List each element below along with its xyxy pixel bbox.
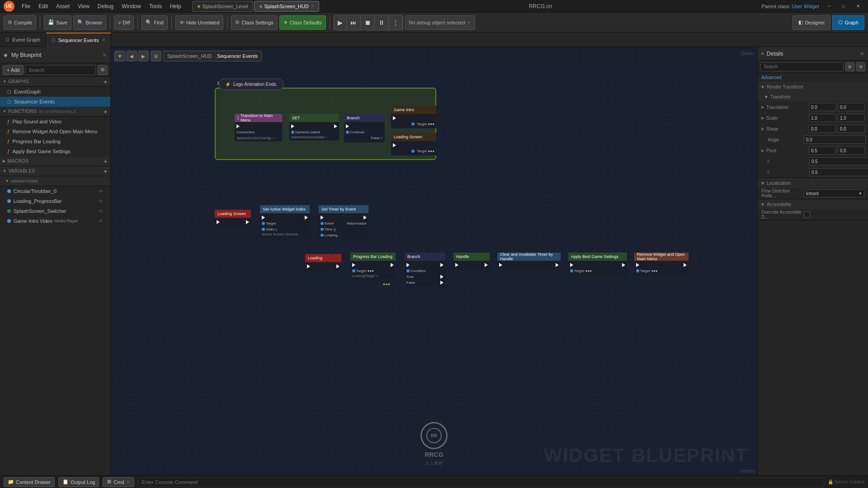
diff-button[interactable]: ≠ Diff [114,15,134,30]
localization-header[interactable]: ▼ Localization [758,178,868,188]
shear-x-input[interactable] [809,125,836,133]
var-visibility-2[interactable]: 👁 [99,199,103,204]
transform-header[interactable]: ▼ Transform [758,92,868,102]
pause-button[interactable]: ⏸ [375,15,389,30]
pivot-x-input[interactable] [809,146,836,155]
graph-item-eventgraph[interactable]: ⬡ EventGraph [0,87,110,97]
tab-close-icon[interactable]: ✕ [102,38,105,42]
scale-y-input[interactable] [838,114,865,122]
variables-add-icon[interactable]: + [104,168,108,175]
graph-area[interactable]: ▼ ◀ ▶ ⊞ SplashScreen_HUD › Sequencer Eve… [111,47,757,475]
node-loading-screen-top[interactable]: Loading Screen Target ●●● [391,133,436,155]
play-button[interactable]: ▶ [334,15,347,30]
blueprint-close-button[interactable]: ✕ [102,52,107,58]
menu-edit[interactable]: Edit [35,2,52,10]
advanced-link[interactable]: Advanced [758,73,868,82]
translation-x-input[interactable] [809,103,836,111]
node-transition-main-menu[interactable]: ⟩ Transition to Main Menu Connection Spl… [235,114,282,141]
logo-animation-ends-event[interactable]: ⚡ Logo Animation Ends. [218,79,284,90]
shear-y-input[interactable] [838,125,865,133]
browse-button[interactable]: 🔍 Browse [73,15,106,30]
nav-home-button[interactable]: ⊞ [151,51,161,61]
debug-select[interactable]: No debug object selected ▼ [405,15,475,30]
functions-add-icon[interactable]: + [104,108,108,115]
menu-file[interactable]: File [18,2,34,10]
details-settings-button[interactable]: ⚙ [856,62,865,71]
node-handle[interactable]: Handle [453,253,490,269]
macros-section-header[interactable]: ▶ MACROS + [0,156,110,166]
variables-section-header[interactable]: ▼ VARIABLES + [0,166,110,176]
node-loading-lower[interactable]: Loading Screen [215,210,251,226]
file-tab-splash-hud[interactable]: ◈ SplashScreen_HUD ✕ [254,1,319,12]
class-settings-button[interactable]: ⚙ Class Settings [231,15,277,30]
node-game-intro[interactable]: Game Intro Target ●●● [391,106,436,128]
var-visibility-4[interactable]: 👁 [99,219,103,224]
animations-subsection[interactable]: ▼ Animations [0,176,110,186]
graph-button[interactable]: ⬡ Graph [832,15,864,30]
stop-button[interactable]: ⏹ [361,15,375,30]
node-progress-bar-loading[interactable]: Progress Bar Loading Target ●●● LookingT… [350,253,396,279]
details-search-input[interactable] [760,62,844,71]
parent-class-link[interactable]: User Widget [792,4,819,9]
node-remove-widget[interactable]: Remove Widget and Open Main Menu Target … [634,253,689,275]
functions-section-header[interactable]: ▼ FUNCTIONS 38 OVERRIDABLE + [0,107,110,117]
scale-x-input[interactable] [809,114,836,122]
node-loading-bottom[interactable]: Loading [305,254,341,271]
step-button[interactable]: ⏭ [347,15,361,30]
blueprint-settings-button[interactable]: ⚙ [98,65,108,75]
blueprint-search-input[interactable] [25,65,96,75]
var-visibility-1[interactable]: 👁 [99,189,103,194]
console-input[interactable] [138,477,824,487]
var-visibility-3[interactable]: 👁 [99,209,103,214]
macros-add-icon[interactable]: + [104,158,108,165]
func-play-sound[interactable]: ƒ Play Sound and Video [0,117,110,127]
graph-item-sequencer[interactable]: ⬡ Sequencer Events [0,97,110,107]
nav-back-button[interactable]: ◀ [126,51,137,61]
graphs-add-icon[interactable]: + [104,78,108,85]
func-remove-widget[interactable]: ƒ Remove Widget And Open Main Menu [0,127,110,136]
var-circular-throbber[interactable]: CircularThrobber_0 👁 [0,186,110,196]
file-tab-close[interactable]: ✕ [311,4,314,9]
find-button[interactable]: 🔍 Find [142,15,167,30]
graphs-section-header[interactable]: ▼ GRAPHS + [0,77,110,87]
node-set-active-widget[interactable]: Set Active Widget Index Target Index ( S… [260,205,310,238]
translation-y-input[interactable] [838,103,865,111]
file-tab-splash-level[interactable]: ◈ SplashScreen_Level [192,1,253,12]
menu-tools[interactable]: Tools [146,2,165,10]
menu-window[interactable]: Window [118,2,145,10]
tab-event-graph[interactable]: ⬡ Event Graph [0,33,46,47]
accessibility-header[interactable]: ▼ Accessibility [758,199,868,209]
nav-dropdown-button[interactable]: ▼ [114,51,125,61]
output-log-button[interactable]: 📋 Output Log [58,477,99,487]
override-checkbox[interactable] [804,211,810,218]
more-button[interactable]: ⋮ [389,15,403,30]
flow-dir-dropdown[interactable]: Inherit ▼ [804,189,864,197]
class-defaults-button[interactable]: ★ Class Defaults [279,15,326,30]
maximize-button[interactable]: □ [837,2,850,11]
minimize-button[interactable]: ─ [823,2,835,11]
menu-asset[interactable]: Asset [52,2,73,10]
node-set[interactable]: SET GameIsLoaded StartNewGameState ○ [289,114,339,141]
menu-debug[interactable]: Debug [94,2,117,10]
menu-help[interactable]: Help [166,2,185,10]
func-progress-bar[interactable]: ƒ Progress Bar Loading [0,136,110,146]
node-branch-2[interactable]: Branch Condition True False [405,253,445,287]
pivot-y-input[interactable] [838,146,865,155]
add-button[interactable]: + Add [3,65,24,75]
tab-sequencer-events[interactable]: ⬡ Sequencer Events ✕ [46,33,111,47]
details-view-button[interactable]: ⊞ [845,62,854,71]
var-loading-progressbar[interactable]: Loading_ProgressBar 👁 [0,196,110,206]
node-clear-timer[interactable]: Clear and Invalidate Timer by Handle [497,253,561,269]
angle-input[interactable] [804,136,866,144]
save-button[interactable]: 💾 Save [44,15,71,30]
hide-unrelated-button[interactable]: 👁 Hide Unrelated [175,15,223,30]
render-transform-header[interactable]: ▼ Render Transform [758,82,868,92]
designer-button[interactable]: ◧ Designer [793,15,830,30]
details-close-button[interactable]: ✕ [860,51,864,57]
content-drawer-button[interactable]: 📁 Content Drawer [4,477,55,487]
pivot-x-val[interactable] [809,157,868,165]
node-set-timer[interactable]: Set Timer by Event EventReturnValue Time… [319,205,368,239]
close-button[interactable]: ✕ [852,2,864,11]
compile-button[interactable]: ⚙ Compile [4,15,36,30]
node-branch-1[interactable]: Branch Continue False > [344,114,385,142]
